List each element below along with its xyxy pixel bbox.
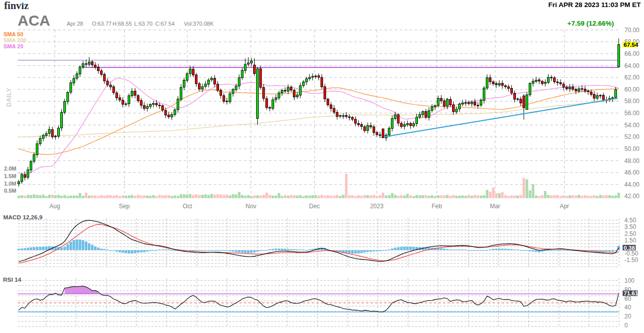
- svg-text:Feb: Feb: [432, 203, 442, 210]
- svg-text:finvız: finvız: [4, 0, 29, 11]
- svg-text:C:67.54: C:67.54: [155, 21, 175, 27]
- svg-text:Fri APR 28 2023 11:03 PM ET: Fri APR 28 2023 11:03 PM ET: [548, 1, 641, 9]
- svg-text:Dec: Dec: [309, 203, 319, 210]
- svg-text:O:63.77: O:63.77: [92, 21, 112, 27]
- svg-text:H:68.55: H:68.55: [113, 21, 132, 27]
- svg-text:0.5M: 0.5M: [4, 188, 16, 194]
- svg-text:Apr 28: Apr 28: [67, 21, 83, 27]
- svg-text:DAILY: DAILY: [5, 88, 13, 107]
- svg-text:4.50: 4.50: [624, 217, 636, 224]
- svg-text:+7.59 (12.66%): +7.59 (12.66%): [567, 20, 614, 27]
- svg-text:SMA 50: SMA 50: [4, 31, 23, 37]
- svg-text:52.00: 52.00: [624, 133, 639, 140]
- svg-text:2023: 2023: [370, 203, 384, 210]
- svg-text:2.50: 2.50: [624, 230, 636, 237]
- svg-text:3.50: 3.50: [624, 223, 636, 230]
- svg-text:48.00: 48.00: [624, 157, 639, 164]
- svg-text:-1.50: -1.50: [624, 257, 638, 264]
- svg-text:58.00: 58.00: [624, 98, 639, 105]
- svg-text:40: 40: [624, 304, 631, 311]
- svg-text:44.00: 44.00: [624, 181, 639, 188]
- svg-text:70.00: 70.00: [624, 27, 639, 34]
- svg-text:1.0M: 1.0M: [4, 181, 16, 187]
- svg-text:60.00: 60.00: [624, 86, 639, 93]
- svg-text:54.00: 54.00: [624, 122, 639, 129]
- svg-text:56.00: 56.00: [624, 110, 639, 117]
- svg-text:ACA: ACA: [18, 12, 50, 29]
- svg-text:0.38: 0.38: [624, 245, 635, 251]
- svg-text:1.5M: 1.5M: [4, 173, 16, 179]
- svg-text:62.00: 62.00: [624, 74, 639, 81]
- svg-text:Nov: Nov: [246, 203, 256, 210]
- svg-text:SMA 200: SMA 200: [4, 37, 26, 43]
- svg-text:71.61: 71.61: [624, 290, 638, 296]
- svg-text:100: 100: [624, 277, 634, 284]
- svg-text:Oct: Oct: [183, 203, 192, 210]
- svg-text:2.0M: 2.0M: [4, 165, 16, 172]
- svg-text:20: 20: [624, 313, 631, 320]
- svg-text:Aug: Aug: [49, 203, 60, 210]
- svg-text:42.00: 42.00: [624, 193, 639, 200]
- svg-text:Apr: Apr: [560, 203, 569, 210]
- svg-text:0: 0: [624, 322, 628, 329]
- svg-text:1.50: 1.50: [624, 237, 636, 244]
- svg-text:Sep: Sep: [119, 203, 130, 210]
- svg-text:L:63.70: L:63.70: [134, 21, 153, 27]
- svg-text:Mar: Mar: [490, 203, 500, 210]
- svg-text:67.54: 67.54: [624, 42, 638, 48]
- svg-text:46.00: 46.00: [624, 169, 639, 176]
- svg-text:SMA 20: SMA 20: [4, 43, 23, 49]
- svg-text:50.00: 50.00: [624, 145, 639, 152]
- svg-text:66.00: 66.00: [624, 50, 639, 57]
- svg-text:-0.50: -0.50: [624, 250, 638, 257]
- svg-text:64.00: 64.00: [624, 62, 639, 69]
- svg-text:RSI 14: RSI 14: [3, 276, 22, 283]
- svg-text:Vol:370.08K: Vol:370.08K: [184, 21, 214, 27]
- svg-text:MACD 12,26,9: MACD 12,26,9: [4, 214, 43, 221]
